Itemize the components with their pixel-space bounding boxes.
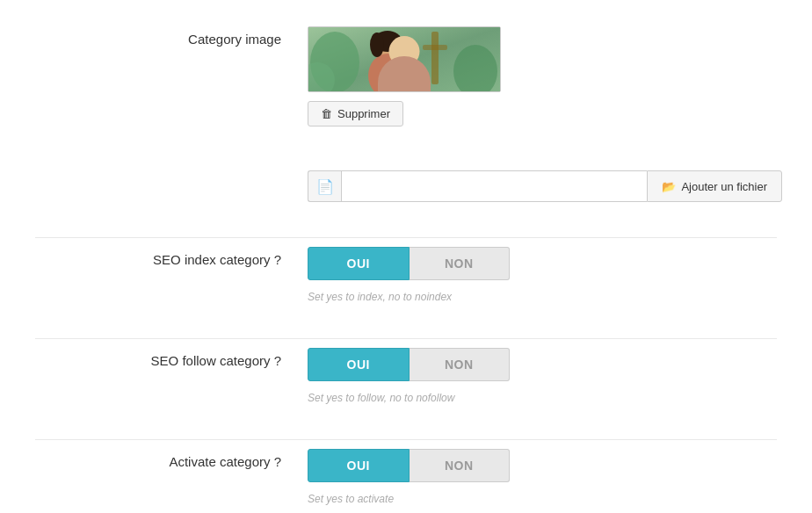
trash-icon: 🗑 — [321, 107, 332, 120]
folder-icon: 📂 — [662, 180, 676, 193]
category-image-svg — [308, 27, 501, 92]
file-upload-row: 📄 📂 Ajouter un fichier — [35, 162, 777, 211]
file-upload-control: 📄 📂 Ajouter un fichier — [308, 170, 782, 202]
seo-index-content: OUI NON Set yes to index, no to noindex — [308, 247, 777, 303]
svg-point-7 — [370, 33, 384, 57]
activate-category-toggle: OUI NON — [308, 449, 510, 482]
seo-follow-non-button[interactable]: NON — [410, 348, 511, 381]
file-upload-label — [35, 170, 308, 176]
activate-category-content: OUI NON Set yes to activate — [308, 449, 777, 505]
activate-category-non-button[interactable]: NON — [410, 449, 511, 482]
seo-follow-oui-button[interactable]: OUI — [308, 348, 410, 381]
category-image-content: 🗑 Supprimer — [308, 26, 777, 126]
delete-button-label: Supprimer — [337, 107, 390, 120]
delete-image-button[interactable]: 🗑 Supprimer — [308, 101, 403, 126]
file-path-input[interactable] — [341, 170, 647, 202]
category-image-label: Category image — [35, 26, 308, 47]
activate-category-oui-button[interactable]: OUI — [308, 449, 410, 482]
seo-index-oui-button[interactable]: OUI — [308, 247, 410, 280]
file-upload-content: 📄 📂 Ajouter un fichier — [308, 170, 782, 202]
add-file-label: Ajouter un fichier — [681, 180, 767, 193]
seo-index-row: SEO index category ? OUI NON Set yes to … — [35, 238, 777, 312]
activate-category-label: Activate category ? — [35, 449, 308, 469]
svg-rect-3 — [423, 45, 447, 50]
category-image-preview — [308, 26, 501, 92]
activate-category-help-text: Set yes to activate — [308, 493, 777, 505]
seo-index-toggle: OUI NON — [308, 247, 510, 280]
seo-follow-row: SEO follow category ? OUI NON Set yes to… — [35, 339, 777, 413]
category-image-row: Category image — [35, 18, 777, 135]
svg-rect-2 — [431, 32, 439, 84]
seo-follow-toggle: OUI NON — [308, 348, 510, 381]
file-icon: 📄 — [316, 178, 334, 195]
seo-follow-label: SEO follow category ? — [35, 348, 308, 368]
seo-index-help-text: Set yes to index, no to noindex — [308, 291, 777, 303]
seo-follow-content: OUI NON Set yes to follow, no to nofollo… — [308, 348, 777, 404]
seo-index-label: SEO index category ? — [35, 247, 308, 267]
form-container: Category image — [0, 0, 812, 513]
add-file-button[interactable]: 📂 Ajouter un fichier — [647, 170, 782, 202]
file-icon-button[interactable]: 📄 — [308, 170, 341, 202]
seo-index-non-button[interactable]: NON — [410, 247, 511, 280]
activate-category-row: Activate category ? OUI NON Set yes to a… — [35, 440, 777, 513]
seo-follow-help-text: Set yes to follow, no to nofollow — [308, 392, 777, 404]
